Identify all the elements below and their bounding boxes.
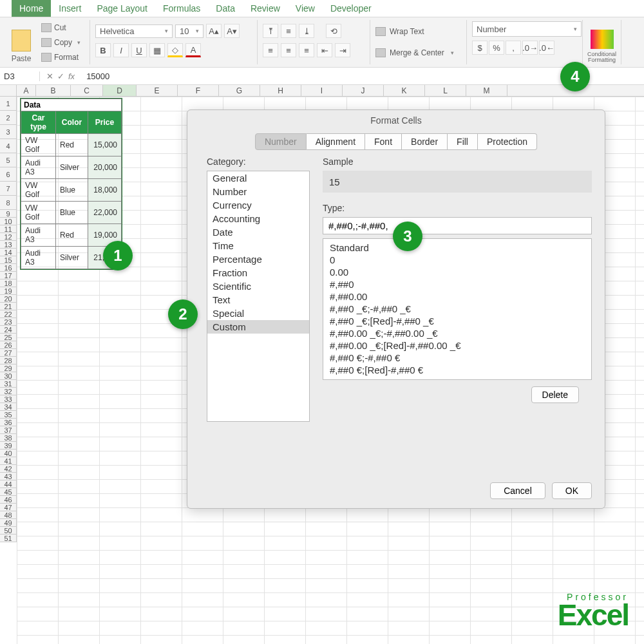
col-header[interactable]: C: [71, 85, 103, 96]
table-row[interactable]: VW GolfRed15,000: [21, 134, 122, 156]
table-row[interactable]: VW GolfBlue18,000: [21, 179, 122, 202]
col-header[interactable]: J: [343, 85, 384, 96]
table-row[interactable]: Audi A3Red19,000: [21, 224, 122, 247]
decrease-indent-button[interactable]: ⇤: [317, 43, 332, 57]
accept-formula-icon[interactable]: ✓: [57, 71, 64, 81]
row-header[interactable]: 33: [0, 395, 17, 403]
fx-icon[interactable]: fx: [68, 71, 75, 81]
row-header[interactable]: 18: [0, 279, 17, 287]
increase-indent-button[interactable]: ⇥: [335, 43, 350, 57]
row-header[interactable]: 45: [0, 488, 17, 496]
align-left-button[interactable]: ≡: [263, 43, 278, 57]
row-header[interactable]: 11: [0, 225, 17, 233]
underline-button[interactable]: U: [131, 43, 147, 57]
category-item[interactable]: Number: [207, 185, 309, 198]
row-header[interactable]: 17: [0, 272, 17, 279]
decrease-decimal-button[interactable]: .0←: [539, 41, 554, 55]
row-header[interactable]: 20: [0, 295, 17, 303]
category-item[interactable]: Special: [207, 307, 309, 320]
align-right-button[interactable]: ≡: [299, 43, 314, 57]
orientation-button[interactable]: ⟲: [326, 24, 341, 38]
row-header[interactable]: 37: [0, 426, 17, 434]
row-header[interactable]: 21: [0, 303, 17, 310]
row-header[interactable]: 7: [0, 182, 17, 196]
type-item[interactable]: #,##0 €;[Red]-#,##0 €: [323, 364, 591, 376]
italic-button[interactable]: I: [113, 43, 129, 57]
row-header[interactable]: 51: [0, 535, 17, 542]
type-item[interactable]: #,##0 €;-#,##0 €: [323, 352, 591, 364]
row-header[interactable]: 38: [0, 434, 17, 442]
tab-view[interactable]: View: [288, 0, 323, 17]
category-item[interactable]: Text: [207, 293, 309, 307]
select-all-corner[interactable]: [0, 85, 17, 96]
merge-center-button[interactable]: Merge & Center▾: [375, 48, 461, 57]
row-header[interactable]: 25: [0, 334, 17, 341]
category-item[interactable]: Custom: [207, 320, 309, 334]
row-header[interactable]: 13: [0, 241, 17, 249]
paste-button[interactable]: Paste: [5, 21, 37, 63]
increase-font-button[interactable]: A▴: [206, 24, 222, 38]
type-item[interactable]: 0.00: [323, 266, 591, 278]
type-list[interactable]: Standard00.00#,##0#,##0.00#,##0 _€;-#,##…: [323, 238, 592, 380]
bold-button[interactable]: B: [95, 43, 111, 57]
col-header[interactable]: E: [137, 85, 178, 96]
row-header[interactable]: 4: [0, 139, 17, 153]
row-header[interactable]: 14: [0, 249, 17, 256]
category-item[interactable]: Fraction: [207, 266, 309, 279]
font-size-select[interactable]: 10▾: [175, 24, 204, 38]
row-header[interactable]: 50: [0, 527, 17, 535]
col-header[interactable]: L: [425, 85, 466, 96]
row-header[interactable]: 49: [0, 519, 17, 527]
col-header[interactable]: A: [17, 85, 36, 96]
row-header[interactable]: 40: [0, 450, 17, 457]
percent-button[interactable]: %: [489, 41, 504, 55]
row-header[interactable]: 3: [0, 125, 17, 139]
cancel-formula-icon[interactable]: ✕: [46, 71, 53, 81]
row-header[interactable]: 1: [0, 97, 17, 111]
row-header[interactable]: 41: [0, 457, 17, 465]
row-header[interactable]: 32: [0, 388, 17, 395]
type-item[interactable]: #,##0 _€;-#,##0 _€: [323, 303, 591, 315]
copy-button[interactable]: Copy▾: [41, 38, 80, 47]
dialog-tab-protection[interactable]: Protection: [478, 133, 537, 150]
comma-button[interactable]: ,: [506, 41, 521, 55]
font-name-select[interactable]: Helvetica▾: [95, 24, 173, 38]
type-item[interactable]: #,##0.00 _€;-#,##0.00 _€: [323, 327, 591, 339]
dialog-tab-fill[interactable]: Fill: [448, 133, 478, 150]
row-header[interactable]: 30: [0, 372, 17, 380]
dialog-tab-alignment[interactable]: Alignment: [307, 133, 365, 150]
category-item[interactable]: Time: [207, 239, 309, 252]
row-header[interactable]: 31: [0, 380, 17, 388]
border-button[interactable]: ▦: [149, 43, 165, 57]
row-header[interactable]: 28: [0, 357, 17, 365]
row-header[interactable]: 2: [0, 111, 17, 125]
number-format-select[interactable]: Number▾: [472, 21, 582, 37]
conditional-format-icon[interactable]: [591, 30, 614, 49]
format-painter-button[interactable]: Format: [41, 53, 80, 62]
dialog-tab-number[interactable]: Number: [255, 133, 307, 150]
align-center-button[interactable]: ≡: [281, 43, 296, 57]
align-top-button[interactable]: ⤒: [263, 24, 278, 38]
type-input[interactable]: [323, 217, 592, 234]
currency-button[interactable]: $: [472, 41, 488, 55]
font-color-button[interactable]: A: [185, 43, 201, 57]
row-header[interactable]: 10: [0, 218, 17, 225]
row-header[interactable]: 6: [0, 167, 17, 182]
delete-button[interactable]: Delete: [531, 386, 579, 403]
decrease-font-button[interactable]: A▾: [224, 24, 240, 38]
row-header[interactable]: 22: [0, 310, 17, 318]
row-header[interactable]: 27: [0, 349, 17, 357]
tab-insert[interactable]: Insert: [51, 0, 89, 17]
row-header[interactable]: 44: [0, 480, 17, 488]
row-header[interactable]: 46: [0, 496, 17, 504]
ok-button[interactable]: OK: [552, 482, 592, 499]
row-header[interactable]: 24: [0, 326, 17, 334]
category-item[interactable]: Scientific: [207, 279, 309, 293]
row-header[interactable]: 35: [0, 411, 17, 419]
row-header[interactable]: 47: [0, 504, 17, 511]
table-row[interactable]: Audi A3Silver20,000: [21, 156, 122, 179]
row-header[interactable]: 43: [0, 473, 17, 480]
row-header[interactable]: 42: [0, 465, 17, 473]
tab-data[interactable]: Data: [208, 0, 243, 17]
tab-home[interactable]: Home: [12, 0, 51, 17]
